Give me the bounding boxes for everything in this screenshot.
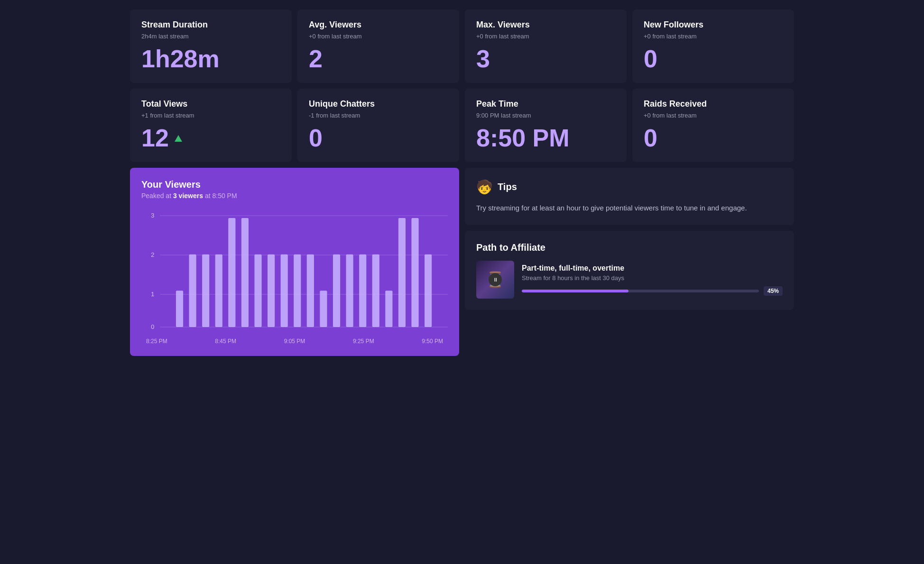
chart-x-label: 9:25 PM [353,338,374,345]
chart-bar [294,255,301,327]
stat-card-new-followers: New Followers+0 from last stream0 [632,9,794,83]
chart-bar [359,255,366,327]
stat-card-unique-chatters: Unique Chatters-1 from last stream0 [297,89,459,162]
viewers-chart-card: Your Viewers Peaked at 3 viewers at 8:50… [130,168,459,356]
svg-text:2: 2 [151,251,154,258]
chart-bar [425,255,432,327]
stat-sublabel-total-views: +1 from last stream [141,112,280,119]
pause-icon: ⏸ [493,277,498,282]
stat-card-total-views: Total Views+1 from last stream12 [130,89,292,162]
stat-sublabel-avg-viewers: +0 from last stream [309,33,448,40]
up-arrow-icon [175,135,182,142]
tips-text: Try streaming for at least an hour to gi… [476,202,783,214]
svg-text:0: 0 [151,323,154,330]
chart-bar [307,255,314,327]
progress-percentage: 45% [764,286,783,296]
stat-value-max-viewers: 3 [476,45,615,73]
stat-card-max-viewers: Max. Viewers+0 from last stream3 [465,9,627,83]
stats-row-1: Stream Duration2h4m last stream1h28mAvg.… [130,9,794,83]
stat-card-stream-duration: Stream Duration2h4m last stream1h28m [130,9,292,83]
chart-bar [268,255,275,327]
tips-header: 🧒 Tips [476,179,783,195]
chart-x-label: 9:05 PM [284,338,305,345]
subtitle-highlight: 3 viewers [173,192,203,200]
chart-bar [346,255,353,327]
stat-sublabel-stream-duration: 2h4m last stream [141,33,280,40]
affiliate-item: ⏳ ⏸ Part-time, full-time, overtime Strea… [476,261,783,299]
progress-row: 45% [522,286,783,296]
stat-label-unique-chatters: Unique Chatters [309,99,448,109]
affiliate-item-title: Part-time, full-time, overtime [522,264,783,273]
chart-bar [385,291,392,327]
chart-bar [320,291,327,327]
stat-value-avg-viewers: 2 [309,45,448,73]
svg-text:1: 1 [151,291,154,298]
chart-bar [176,291,183,327]
chart-bar [411,218,418,327]
affiliate-title: Path to Affiliate [476,242,783,253]
stat-sublabel-new-followers: +0 from last stream [644,33,783,40]
chart-bar [189,255,196,327]
stat-value-stream-duration: 1h28m [141,45,280,73]
subtitle-prefix: Peaked at [141,192,173,200]
tips-emoji: 🧒 [476,179,493,195]
chart-bar [372,255,379,327]
stat-value-peak-time: 8:50 PM [476,125,615,152]
stat-sublabel-peak-time: 9:00 PM last stream [476,112,615,119]
stat-label-stream-duration: Stream Duration [141,20,280,30]
stats-row-2: Total Views+1 from last stream12Unique C… [130,89,794,162]
chart-bar [333,255,340,327]
stat-value-new-followers: 0 [644,45,783,73]
tips-card: 🧒 Tips Try streaming for at least an hou… [465,168,794,225]
chart-x-labels: 8:25 PM8:45 PM9:05 PM9:25 PM9:50 PM [141,338,448,345]
tips-title: Tips [498,182,517,192]
viewers-chart-subtitle: Peaked at 3 viewers at 8:50 PM [141,192,448,200]
subtitle-suffix: at 8:50 PM [203,192,237,200]
stat-card-peak-time: Peak Time9:00 PM last stream8:50 PM [465,89,627,162]
stat-card-avg-viewers: Avg. Viewers+0 from last stream2 [297,9,459,83]
progress-bar-background [522,290,759,292]
stat-value-unique-chatters: 0 [309,125,448,152]
progress-bar-fill [522,290,628,292]
chart-bar [202,255,209,327]
chart-x-label: 8:45 PM [215,338,236,345]
chart-bar [215,255,222,327]
stat-label-avg-viewers: Avg. Viewers [309,20,448,30]
chart-bar [254,255,261,327]
stat-sublabel-raids-received: +0 from last stream [644,112,783,119]
viewers-chart-title: Your Viewers [141,179,448,190]
chart-bar [228,218,235,327]
chart-bar [281,255,288,327]
chart-x-label: 8:25 PM [146,338,167,345]
stat-label-new-followers: New Followers [644,20,783,30]
affiliate-info: Part-time, full-time, overtime Stream fo… [522,264,783,296]
stat-label-peak-time: Peak Time [476,99,615,109]
affiliate-item-subtitle: Stream for 8 hours in the last 30 days [522,274,783,282]
stat-sublabel-unique-chatters: -1 from last stream [309,112,448,119]
stat-label-total-views: Total Views [141,99,280,109]
stat-card-raids-received: Raids Received+0 from last stream0 [632,89,794,162]
chart-area: 3 2 1 0 [141,211,448,334]
affiliate-thumbnail: ⏳ ⏸ [476,261,514,299]
dashboard: Stream Duration2h4m last stream1h28mAvg.… [130,9,794,356]
right-panels: 🧒 Tips Try streaming for at least an hou… [465,168,794,356]
stat-sublabel-max-viewers: +0 from last stream [476,33,615,40]
stat-value-raids-received: 0 [644,125,783,152]
chart-bar [398,218,406,327]
stat-label-raids-received: Raids Received [644,99,783,109]
stat-value-total-views: 12 [141,125,280,152]
chart-bar [241,218,249,327]
bottom-section: Your Viewers Peaked at 3 viewers at 8:50… [130,168,794,356]
chart-x-label: 9:50 PM [422,338,443,345]
affiliate-card: Path to Affiliate ⏳ ⏸ Part-time, full-ti… [465,231,794,310]
svg-text:3: 3 [151,212,154,219]
pause-badge: ⏸ [489,273,502,286]
stat-label-max-viewers: Max. Viewers [476,20,615,30]
